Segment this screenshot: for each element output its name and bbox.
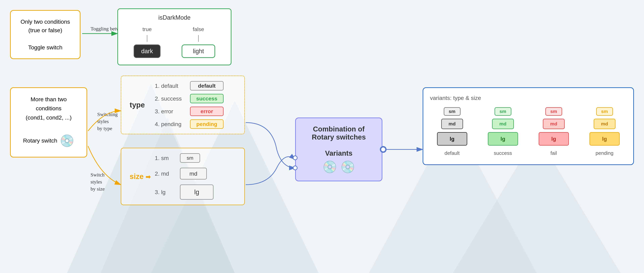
branch-true-line (147, 35, 147, 42)
dark-box: dark (134, 45, 160, 58)
type-num-pending: 4. pending (155, 121, 185, 127)
v-fail-lg: lg (539, 132, 569, 146)
variant-col-fail: sm md lg fail (532, 107, 576, 156)
branch-false-line (198, 35, 198, 42)
switching-type-label: Switchingstylesby type (97, 111, 118, 132)
size-badge-sm: sm (180, 153, 200, 163)
v-fail-sm: sm (546, 107, 562, 116)
light-box: light (182, 45, 215, 58)
type-num-default: 1. default (155, 83, 185, 89)
size-badge-lg: lg (180, 184, 214, 200)
size-num-md: 2. md (155, 170, 175, 177)
col-label-fail: fail (550, 150, 557, 156)
combo-line2: Rotary switches (312, 133, 366, 141)
type-label: type (130, 101, 145, 109)
size-num-sm: 1. sm (155, 155, 175, 161)
v-default-sm: sm (444, 107, 460, 116)
is-dark-mode-title: isDarkMode (123, 14, 226, 21)
size-row-sm: 1. sm sm (155, 153, 239, 163)
badge-pending: pending (190, 119, 224, 129)
v-pending-lg: lg (590, 132, 620, 146)
branch-true: true dark (134, 26, 160, 58)
toggle-box-line3: Toggle switch (28, 43, 62, 52)
variant-col-default: sm md lg default (430, 107, 474, 156)
variants-grid: sm md lg default sm md lg success sm md … (430, 107, 626, 156)
combination-box: Combination of Rotary switches Variants … (295, 118, 382, 181)
rotary-box-line3: (cond1, cond2, ...) (17, 113, 80, 122)
size-row-lg: 3. lg lg (155, 184, 239, 200)
type-num-error: 3. error (155, 108, 185, 115)
v-success-md: md (492, 119, 514, 129)
badge-error: error (190, 107, 224, 116)
rotary-box-line4: Rotary switch 💿 (23, 131, 74, 150)
combo-icons: 💿 💿 (322, 160, 355, 174)
v-fail-md: md (543, 119, 565, 129)
rotary-box-line1: More than two (17, 95, 80, 104)
size-panel: size ➡ 1. sm sm 2. md md 3. lg lg (121, 148, 245, 205)
combo-line3: Variants (325, 149, 352, 157)
type-panel: type 1. default default 2. success succe… (121, 76, 245, 134)
combo-line1: Combination of (313, 125, 364, 133)
branch-false: false light (182, 26, 215, 58)
variant-col-success: sm md lg success (481, 107, 525, 156)
variants-box: variants: type & size sm md lg default s… (422, 87, 634, 165)
v-default-md: md (441, 119, 463, 129)
size-rows: 1. sm sm 2. md md 3. lg lg (155, 153, 239, 200)
size-label: size ➡ (130, 172, 150, 181)
size-row-md: 2. md md (155, 168, 239, 179)
v-success-lg: lg (488, 132, 518, 146)
type-rows: 1. default default 2. success success 3.… (155, 81, 239, 129)
v-default-lg: lg (437, 132, 467, 146)
variants-title: variants: type & size (430, 95, 626, 101)
v-pending-sm: sm (596, 107, 613, 116)
rotary-box-line2: conditions (17, 104, 80, 113)
type-row-pending: 4. pending pending (155, 119, 239, 129)
toggle-box-line2: (true or false) (17, 26, 74, 35)
is-dark-mode-box: isDarkMode true dark false light (118, 9, 232, 65)
badge-success: success (190, 94, 224, 103)
v-success-sm: sm (494, 107, 511, 116)
branch-false-label: false (193, 26, 204, 32)
badge-default: default (190, 81, 224, 91)
variant-col-pending: sm md lg pending (582, 107, 626, 156)
type-row-error: 3. error error (155, 107, 239, 116)
size-num-lg: 3. lg (155, 189, 175, 195)
toggle-box-line1: Only two conditions (17, 18, 74, 26)
type-num-success: 2. success (155, 95, 185, 102)
rotary-condition-box: More than two conditions (cond1, cond2, … (10, 87, 87, 157)
branch-true-label: true (142, 26, 152, 32)
v-pending-md: md (594, 119, 616, 129)
toggle-condition-box: Only two conditions (true or false) Togg… (10, 10, 80, 59)
col-label-default: default (444, 150, 460, 156)
rotary-icon: 💿 (60, 131, 74, 150)
col-label-success: success (494, 150, 512, 156)
size-badge-md: md (180, 168, 207, 179)
switching-size-label: Switchstylesby size (90, 171, 105, 192)
type-row-success: 2. success success (155, 94, 239, 103)
type-row-default: 1. default default (155, 81, 239, 91)
col-label-pending: pending (596, 150, 614, 156)
